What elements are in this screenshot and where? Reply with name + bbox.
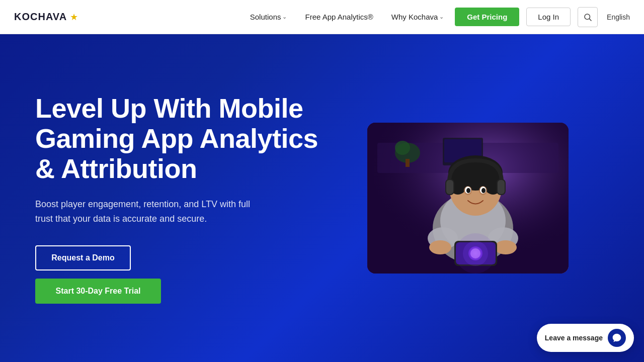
svg-line-1 bbox=[589, 19, 591, 21]
language-selector[interactable]: English bbox=[607, 13, 630, 21]
chat-icon-circle bbox=[608, 329, 626, 347]
svg-point-30 bbox=[495, 240, 517, 254]
navbar: KOCHAVA ★ Solutions ⌄ Free App Analytics… bbox=[0, 0, 644, 34]
chat-widget[interactable]: Leave a message bbox=[537, 324, 634, 352]
gamer-illustration bbox=[367, 123, 569, 274]
chat-label: Leave a message bbox=[545, 334, 603, 342]
get-pricing-button[interactable]: Get Pricing bbox=[455, 8, 519, 26]
hero-title: Level Up With Mobile Gaming App Analytic… bbox=[35, 93, 327, 184]
hero-subtitle: Boost player engagement, retention, and … bbox=[35, 197, 257, 226]
svg-rect-26 bbox=[498, 180, 505, 194]
logo-star: ★ bbox=[70, 12, 78, 23]
logo[interactable]: KOCHAVA ★ bbox=[14, 11, 78, 23]
request-demo-button[interactable]: Request a Demo bbox=[35, 245, 131, 270]
nav-solutions[interactable]: Solutions ⌄ bbox=[243, 9, 294, 25]
hero-content: Level Up With Mobile Gaming App Analytic… bbox=[35, 93, 327, 304]
hero-image bbox=[367, 123, 569, 274]
hero-image-wrapper bbox=[357, 123, 579, 274]
svg-rect-24 bbox=[446, 180, 453, 194]
nav-why-kochava[interactable]: Why Kochava ⌄ bbox=[384, 9, 451, 25]
chat-icon bbox=[612, 333, 622, 343]
svg-point-22 bbox=[481, 188, 486, 193]
search-icon bbox=[583, 13, 592, 22]
svg-point-29 bbox=[429, 240, 451, 254]
svg-point-37 bbox=[455, 233, 496, 274]
svg-point-0 bbox=[585, 14, 590, 20]
nav-links: Solutions ⌄ Free App Analytics® Why Koch… bbox=[243, 7, 630, 27]
login-button[interactable]: Log In bbox=[526, 8, 571, 26]
gamer-figure bbox=[367, 123, 569, 274]
chevron-down-icon-2: ⌄ bbox=[439, 14, 444, 20]
svg-point-21 bbox=[466, 188, 470, 193]
free-trial-button[interactable]: Start 30-Day Free Trial bbox=[35, 279, 161, 304]
svg-rect-7 bbox=[406, 159, 410, 167]
search-button[interactable] bbox=[578, 7, 598, 27]
nav-analytics[interactable]: Free App Analytics® bbox=[298, 9, 380, 25]
svg-point-6 bbox=[395, 141, 410, 155]
hero-section: Level Up With Mobile Gaming App Analytic… bbox=[0, 0, 644, 362]
logo-text: KOCHAVA bbox=[14, 11, 67, 23]
chevron-down-icon: ⌄ bbox=[282, 14, 287, 20]
hero-actions: Request a Demo Start 30-Day Free Trial bbox=[35, 245, 327, 304]
